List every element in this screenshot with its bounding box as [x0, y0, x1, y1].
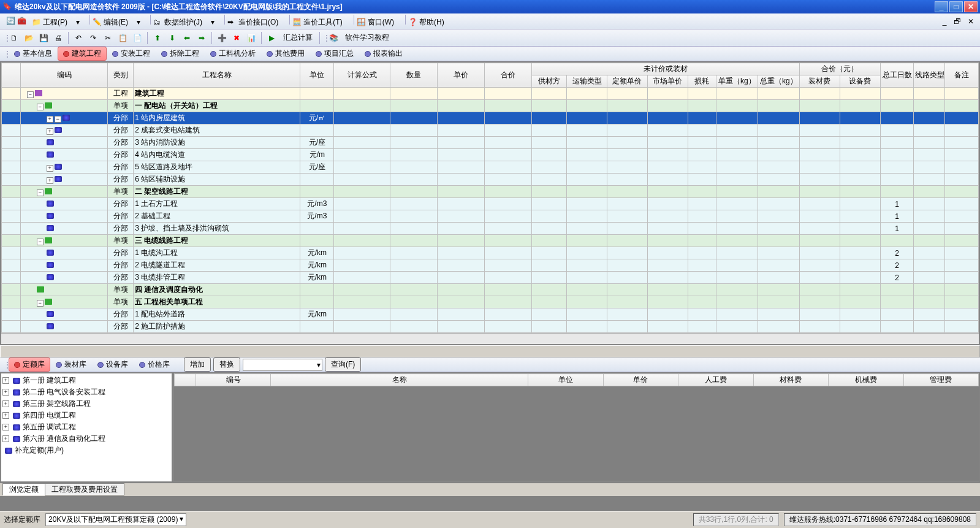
print-button[interactable]: 🖨	[51, 31, 65, 45]
undo-button[interactable]: ↶	[72, 31, 85, 45]
main-tab[interactable]: 安装工程	[107, 47, 156, 61]
open-button[interactable]: 📂	[22, 31, 36, 45]
window-title: 维达20kv及以下配电网造价软件 2009版 - [C:\维达工程造价软件\20…	[15, 2, 935, 12]
save-button[interactable]: 💾	[37, 31, 50, 45]
menu-item[interactable]: 🧮造价工具(T)	[292, 17, 342, 28]
tutorial-label[interactable]: 软件学习教程	[341, 33, 393, 43]
menu-item[interactable]: 📁工程(P)	[32, 17, 67, 28]
refresh-icon[interactable]: 🔄	[6, 17, 16, 26]
cut-button[interactable]: ✂	[101, 31, 115, 45]
tutorial-icon[interactable]: 📚	[327, 31, 340, 45]
collapse-button[interactable]: ⬇	[165, 31, 179, 45]
window-buttons: _ □ ✕	[935, 1, 978, 12]
menu-item[interactable]: 🗂数据维护(J)	[153, 17, 202, 28]
grip-icon: ⋮	[4, 34, 6, 42]
doc-restore-button[interactable]: 🗗	[954, 17, 961, 26]
title-bar: 🔖 维达20kv及以下配电网造价软件 2009版 - [C:\维达工程造价软件\…	[0, 0, 980, 13]
copy-button[interactable]: 📋	[116, 31, 129, 45]
main-tab[interactable]: 基本信息	[9, 47, 58, 61]
close-button[interactable]: ✕	[964, 1, 978, 12]
right-button[interactable]: ➡	[195, 31, 208, 45]
main-tab[interactable]: 工料机分析	[205, 47, 261, 61]
settings-icon[interactable]: 🧰	[17, 17, 27, 26]
menu-item[interactable]: ❓帮助(H)	[408, 17, 444, 28]
menu-item[interactable]: ✏️编辑(E)	[93, 17, 128, 28]
maximize-button[interactable]: □	[949, 1, 963, 12]
main-tab[interactable]: 项目汇总	[310, 47, 359, 61]
minimize-button[interactable]: _	[935, 1, 948, 12]
doc-minimize-button[interactable]: _	[943, 17, 947, 26]
paste-button[interactable]: 📄	[131, 31, 144, 45]
main-tab[interactable]: 报表输出	[359, 47, 408, 61]
menu-item[interactable]: ➡造价接口(O)	[227, 17, 278, 28]
dropdown-icon[interactable]: ▾	[137, 18, 146, 28]
delete-button[interactable]: ✖	[230, 31, 243, 45]
app-icon: 🔖	[2, 2, 12, 12]
new-button[interactable]: 🗋	[7, 31, 21, 45]
doc-window-buttons: _ 🗗 ✕	[940, 17, 976, 26]
main-tab[interactable]: 建筑工程	[58, 47, 107, 61]
expand-button[interactable]: ⬆	[151, 31, 164, 45]
run-button[interactable]: ▶	[265, 31, 278, 45]
toolbar: ⋮ 🗋 📂 💾 🖨 ↶ ↷ ✂ 📋 📄 ⬆ ⬇ ⬅ ➡ ➕ ✖ 📊 ▶ 汇总计算…	[0, 29, 980, 47]
left-button[interactable]: ⬅	[180, 31, 194, 45]
insert-button[interactable]: ➕	[215, 31, 229, 45]
doc-close-button[interactable]: ✕	[968, 17, 974, 26]
dropdown-icon[interactable]: ▾	[211, 18, 221, 28]
main-tab-bar: ⋮ 基本信息建筑工程安装工程拆除工程工料机分析其他费用项目汇总报表输出	[0, 47, 980, 61]
menu-item[interactable]: 🪟窗口(W)	[357, 17, 394, 28]
main-tab[interactable]: 其他费用	[261, 47, 310, 61]
menu-bar: ⋮ 🔄 🧰 📁工程(P)▾✏️编辑(E)▾🗂数据维护(J)▾➡造价接口(O)🧮造…	[0, 13, 980, 29]
main-tab[interactable]: 拆除工程	[156, 47, 205, 61]
dropdown-icon[interactable]: ▾	[76, 18, 86, 28]
sort-icon[interactable]: 📊	[245, 31, 258, 45]
redo-button[interactable]: ↷	[86, 31, 100, 45]
calc-label[interactable]: 汇总计算	[279, 33, 316, 43]
